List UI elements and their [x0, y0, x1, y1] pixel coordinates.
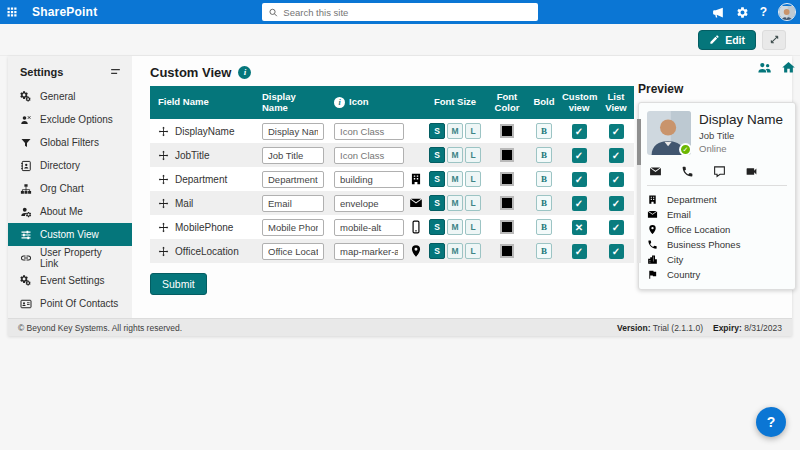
address-card-icon: [20, 298, 32, 310]
bold-button[interactable]: B: [536, 219, 552, 235]
font-color-swatch[interactable]: [500, 172, 514, 186]
envelope-icon: [647, 209, 658, 220]
scrollbar-thumb[interactable]: [637, 119, 641, 165]
chat-action-icon[interactable]: [713, 165, 726, 178]
sidebar-item-global-filters[interactable]: Global Filters: [8, 131, 132, 154]
people-icon[interactable]: [757, 60, 772, 75]
email-action-icon[interactable]: [649, 165, 662, 178]
font-size-small-button[interactable]: S: [429, 243, 445, 259]
icon-class-input[interactable]: [334, 123, 404, 140]
font-size-small-button[interactable]: S: [429, 147, 445, 163]
map-marker-icon: [409, 244, 423, 258]
font-size-medium-button[interactable]: M: [447, 171, 463, 187]
font-size-large-button[interactable]: L: [465, 123, 481, 139]
font-size-medium-button[interactable]: M: [447, 195, 463, 211]
list-view-checkbox[interactable]: ✓: [609, 220, 624, 235]
move-icon[interactable]: [158, 222, 169, 233]
icon-class-input[interactable]: [334, 171, 404, 188]
column-header-font-size: Font Size: [424, 97, 486, 108]
custom-view-checkbox[interactable]: ✓: [572, 244, 587, 259]
display-name-input[interactable]: [262, 195, 324, 212]
bold-button[interactable]: B: [536, 123, 552, 139]
search-input[interactable]: [283, 7, 532, 18]
custom-view-checkbox[interactable]: ✕: [572, 220, 587, 235]
announcements-button[interactable]: [712, 6, 725, 19]
font-color-swatch[interactable]: [500, 196, 514, 210]
sidebar-item-user-property-link[interactable]: User Property Link: [8, 246, 132, 269]
move-icon[interactable]: [158, 174, 169, 185]
resize-webpart-button[interactable]: [762, 30, 786, 50]
font-color-swatch[interactable]: [500, 220, 514, 234]
sidebar-toggle-icon: [109, 65, 122, 78]
sidebar-item-general[interactable]: General: [8, 85, 132, 108]
bold-button[interactable]: B: [536, 243, 552, 259]
info-icon[interactable]: i: [238, 66, 251, 79]
move-icon[interactable]: [158, 126, 169, 137]
settings-button[interactable]: [736, 6, 749, 19]
custom-view-checkbox[interactable]: ✓: [572, 148, 587, 163]
list-view-checkbox[interactable]: ✓: [609, 244, 624, 259]
column-header-font-color: Font Color: [486, 92, 528, 114]
table-scrollbar[interactable]: [637, 119, 641, 263]
edit-button[interactable]: Edit: [698, 30, 756, 50]
bold-button[interactable]: B: [536, 147, 552, 163]
sidebar-item-custom-view[interactable]: Custom View: [8, 223, 132, 246]
font-size-small-button[interactable]: S: [429, 195, 445, 211]
sidebar-item-org-chart[interactable]: Org Chart: [8, 177, 132, 200]
icon-class-input[interactable]: [334, 219, 404, 236]
display-name-input[interactable]: [262, 147, 324, 164]
submit-button[interactable]: Submit: [150, 273, 207, 295]
font-size-large-button[interactable]: L: [465, 243, 481, 259]
font-size-medium-button[interactable]: M: [447, 123, 463, 139]
help-button[interactable]: ?: [756, 407, 786, 437]
custom-view-checkbox[interactable]: ✓: [572, 196, 587, 211]
font-size-small-button[interactable]: S: [429, 123, 445, 139]
call-action-icon[interactable]: [681, 165, 694, 178]
display-name-input[interactable]: [262, 243, 324, 260]
move-icon[interactable]: [158, 246, 169, 257]
display-name-input[interactable]: [262, 171, 324, 188]
font-color-swatch[interactable]: [500, 124, 514, 138]
help-menu-button[interactable]: ?: [760, 5, 767, 19]
list-view-checkbox[interactable]: ✓: [609, 196, 624, 211]
move-icon[interactable]: [158, 150, 169, 161]
sidebar-item-point-of-contacts[interactable]: Point Of Contacts: [8, 292, 132, 315]
bold-button[interactable]: B: [536, 195, 552, 211]
font-size-medium-button[interactable]: M: [447, 243, 463, 259]
app-launcher-button[interactable]: [0, 0, 24, 24]
custom-view-checkbox[interactable]: ✓: [572, 172, 587, 187]
sidebar-item-exclude-options[interactable]: Exclude Options: [8, 108, 132, 131]
preview-job-title: Job Title: [699, 130, 783, 141]
font-size-large-button[interactable]: L: [465, 219, 481, 235]
font-size-large-button[interactable]: L: [465, 147, 481, 163]
search-box[interactable]: [262, 3, 538, 21]
move-icon[interactable]: [158, 198, 169, 209]
display-name-input[interactable]: [262, 123, 324, 140]
font-size-large-button[interactable]: L: [465, 171, 481, 187]
icon-class-input[interactable]: [334, 243, 404, 260]
icon-class-input[interactable]: [334, 147, 404, 164]
font-size-small-button[interactable]: S: [429, 219, 445, 235]
sidebar-item-event-settings[interactable]: Event Settings: [8, 269, 132, 292]
user-avatar[interactable]: [778, 3, 796, 21]
font-size-medium-button[interactable]: M: [447, 219, 463, 235]
home-icon[interactable]: [781, 60, 796, 75]
list-view-checkbox[interactable]: ✓: [609, 124, 624, 139]
font-color-swatch[interactable]: [500, 244, 514, 258]
list-item: Office Location: [647, 222, 787, 237]
font-size-small-button[interactable]: S: [429, 171, 445, 187]
sidebar-item-directory[interactable]: Directory: [8, 154, 132, 177]
list-view-checkbox[interactable]: ✓: [609, 172, 624, 187]
info-icon[interactable]: i: [334, 97, 345, 108]
list-view-checkbox[interactable]: ✓: [609, 148, 624, 163]
font-size-large-button[interactable]: L: [465, 195, 481, 211]
font-size-medium-button[interactable]: M: [447, 147, 463, 163]
font-color-swatch[interactable]: [500, 148, 514, 162]
custom-view-checkbox[interactable]: ✓: [572, 124, 587, 139]
sidebar-collapse-button[interactable]: [109, 65, 122, 78]
video-call-action-icon[interactable]: [745, 165, 758, 178]
bold-button[interactable]: B: [536, 171, 552, 187]
icon-class-input[interactable]: [334, 195, 404, 212]
display-name-input[interactable]: [262, 219, 324, 236]
sidebar-item-about-me[interactable]: About Me: [8, 200, 132, 223]
